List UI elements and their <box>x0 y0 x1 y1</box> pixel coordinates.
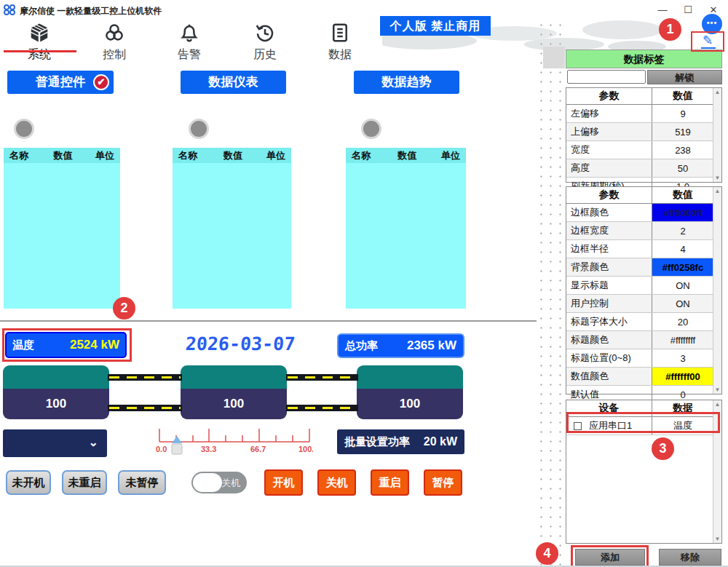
param-value: 519 <box>652 123 713 140</box>
toolbar-item-label: 数据 <box>309 47 371 63</box>
table-scrollbar[interactable]: ▲▼ <box>713 187 721 394</box>
status-button-not-started[interactable]: 未开机 <box>6 470 51 495</box>
window-title: 摩尔信使 一款轻量级工控上位机软件 <box>20 5 162 17</box>
toolbar-item-bell[interactable]: 告警 <box>158 22 221 63</box>
col-name: 名称 <box>173 149 208 162</box>
param-name: 背景颜色 <box>571 261 609 274</box>
param-name: 高度 <box>571 162 590 175</box>
param-value: #ff0258fc <box>652 258 713 276</box>
node-header <box>3 365 109 389</box>
device-select-dropdown[interactable]: ⌄ <box>3 429 107 457</box>
toolbar-item-history[interactable]: 历史 <box>234 22 296 63</box>
indicator-circle <box>361 119 381 139</box>
batch-power-data-label[interactable]: 批量设置功率 20 kW <box>337 429 464 454</box>
toggle-knob[interactable] <box>193 473 222 492</box>
table-row[interactable]: 边框宽度2 <box>566 222 721 240</box>
batch-power-value: 20 kW <box>424 435 457 448</box>
toolbar-item-cube[interactable]: 系统 <box>8 22 71 63</box>
col-unit: 单位 <box>432 149 466 162</box>
slider-thumb[interactable] <box>172 436 182 443</box>
password-input[interactable] <box>567 70 646 84</box>
node-value: 100 <box>3 389 109 419</box>
table-scrollbar[interactable]: ▲▼ <box>713 88 721 182</box>
table-row[interactable]: 标题字体大小20 <box>566 313 721 331</box>
table-row[interactable]: 背景颜色#ff0258fc <box>566 258 721 277</box>
param-name: 标题颜色 <box>571 333 609 346</box>
panel-button-data-trends[interactable]: 数据趋势 <box>354 71 459 94</box>
action-button-pause[interactable]: 暂停 <box>424 469 462 496</box>
indicator-circle <box>14 119 34 139</box>
temp-annotation-box <box>2 328 132 362</box>
param-name: 边框半径 <box>571 242 609 255</box>
data-list-table: 名称数值单位 <box>4 148 120 309</box>
status-button-not-paused[interactable]: 未暂停 <box>118 470 166 495</box>
param-name: 边框宽度 <box>571 224 609 237</box>
param-value: 3 <box>652 349 713 367</box>
slider-handle[interactable] <box>172 444 182 454</box>
param-value: ON <box>652 295 713 312</box>
panel-button-label: 数据趋势 <box>382 75 432 89</box>
svg-text:100.0: 100.0 <box>298 445 313 453</box>
indicator-circle <box>189 119 209 139</box>
param-name: 数值颜色 <box>571 370 609 383</box>
toolbar-item-label: 控制 <box>83 47 146 63</box>
maximize-button[interactable]: ☐ <box>677 3 699 17</box>
table-row[interactable]: 边框颜色#ff0000ff <box>566 204 721 222</box>
param-value: 20 <box>652 313 713 330</box>
node-value: 100 <box>357 389 463 419</box>
table-row[interactable]: 用户控制ON <box>566 295 721 313</box>
param-value: 238 <box>652 141 713 159</box>
power-slider[interactable]: 0.0 33.3 66.7 100.0 <box>156 424 313 456</box>
table-row[interactable]: 标题颜色#ffffffff <box>566 331 721 349</box>
svg-text:66.7: 66.7 <box>250 445 266 453</box>
table-row[interactable]: 左偏移9 <box>566 105 721 123</box>
remove-button[interactable]: 移除 <box>659 549 721 566</box>
param-value: #ff0000ff <box>652 204 713 221</box>
pencil-underline <box>701 47 716 49</box>
toolbar-item-knot[interactable]: 控制 <box>83 22 146 63</box>
table-row[interactable]: 高度50 <box>566 159 721 178</box>
toolbar-item-label: 历史 <box>234 47 296 63</box>
table-row[interactable]: 边框半径4 <box>566 240 721 258</box>
col-name: 名称 <box>346 149 382 162</box>
col-value: 数值 <box>208 149 258 162</box>
annotation-circle-3: 3 <box>652 437 674 460</box>
device-node-2[interactable]: 100 <box>181 365 287 419</box>
param-name: 上偏移 <box>571 125 599 138</box>
svg-text:0.0: 0.0 <box>156 445 167 453</box>
table-row[interactable]: 上偏移519 <box>566 123 721 141</box>
pipe-connector <box>286 405 358 411</box>
panel-button-common-controls[interactable]: 普通控件 ✔ <box>7 71 114 94</box>
unlock-button[interactable]: 解锁 <box>647 70 722 84</box>
param-name: 边框颜色 <box>571 206 609 219</box>
canvas-gray-block <box>543 47 565 68</box>
device-row-annotation-box <box>566 412 720 433</box>
cube-icon <box>28 33 50 46</box>
panel-button-data-gauges[interactable]: 数据仪表 <box>181 71 286 94</box>
pencil-edit-icon[interactable]: ✎ <box>692 33 723 49</box>
total-power-data-label[interactable]: 总功率 2365 kW <box>337 333 464 358</box>
device-node-3[interactable]: 100 <box>357 365 463 419</box>
edit-mode-annotation-box: ✎ <box>691 31 724 52</box>
chevron-down-icon: ⌄ <box>89 435 98 449</box>
table-header: 参数 数值 <box>566 187 721 204</box>
device-node-1[interactable]: 100 <box>3 365 109 419</box>
table-row[interactable]: 数值颜色#ffffff00 <box>566 368 721 386</box>
svg-text:33.3: 33.3 <box>201 445 216 453</box>
toolbar-item-document[interactable]: 数据 <box>309 22 371 63</box>
param-name: 标题位置(0~8) <box>571 352 631 365</box>
pipe-connector <box>286 374 358 381</box>
pipe-connector <box>108 374 182 381</box>
action-button-restart[interactable]: 重启 <box>371 469 409 496</box>
section-divider <box>0 320 537 322</box>
param-value: 9 <box>652 105 713 122</box>
param-value: 4 <box>652 240 713 258</box>
action-button-power-on[interactable]: 开机 <box>264 469 303 496</box>
pipe-connector <box>108 405 182 411</box>
table-row[interactable]: 显示标题ON <box>566 277 721 295</box>
table-row[interactable]: 宽度238 <box>566 141 721 159</box>
action-button-power-off[interactable]: 关机 <box>317 469 356 496</box>
table-row[interactable]: 标题位置(0~8)3 <box>566 349 721 368</box>
power-toggle-switch[interactable]: 关机 <box>191 472 247 493</box>
status-button-not-restarted[interactable]: 未重启 <box>62 470 107 495</box>
